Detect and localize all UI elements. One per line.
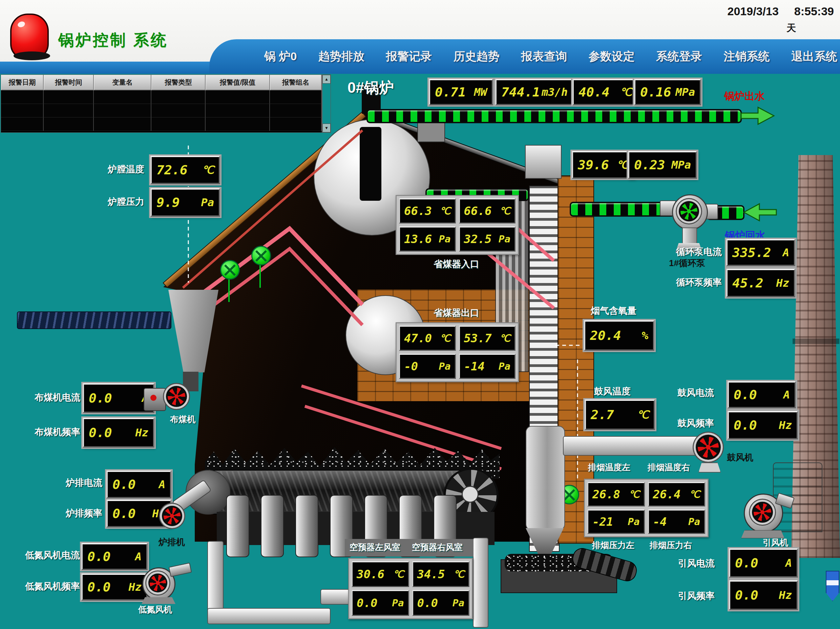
gauge-outlet-pressure: 0.16 MPa (634, 79, 701, 105)
bottom-left-pipe-v (207, 541, 224, 617)
hopper-chute (183, 372, 199, 391)
menu-item-logout[interactable]: 注销系统 (724, 49, 770, 64)
eco-in-temp2: 66.6℃ (459, 199, 516, 224)
airpre-left-label: 空预器左风室 (349, 542, 400, 553)
date-text: 2019/3/13 (728, 5, 779, 18)
blast-temp-gauge: 2.7℃ (584, 399, 655, 430)
idfan-current-gauge: 0.0A (729, 549, 798, 577)
idfan-fan-icon[interactable] (752, 502, 773, 523)
lownox-freq-gauge: 0.0Hz (81, 574, 148, 601)
day-text: 天 (786, 22, 796, 35)
coal-feeder-current-label: 布煤机电流 (35, 391, 80, 404)
alarm-lamp-base (14, 52, 50, 60)
steam-header-block (525, 145, 562, 179)
coal-feeder-motor-dot (150, 395, 156, 401)
datetime: 2019/3/13 8:55:39 (728, 5, 834, 18)
flue-temp-left: 26.8℃ (587, 482, 645, 506)
blower-fan-icon[interactable] (696, 435, 721, 460)
flue-gauges: 26.8℃ 26.4℃ -21Pa -4Pa (584, 479, 709, 537)
economizer-inlet-gauges: 66.3℃ 66.6℃ 13.6Pa 32.5Pa (396, 195, 519, 255)
menu-item-login[interactable]: 系统登录 (656, 49, 702, 64)
col-alarm-time: 报警时间 (44, 75, 94, 90)
lownox-legs (142, 597, 175, 604)
eco-out-pres1: -0Pa (399, 354, 456, 379)
circ-pump-current-gauge: 335.2A (726, 239, 795, 266)
chimney-band (793, 339, 839, 344)
app-logo-icon (826, 571, 839, 601)
grate-freq-gauge: 0.0Hz (106, 500, 171, 527)
airpre-right-pres: 0.0Pa (412, 590, 470, 616)
circ-pump-freq-gauge: 45.2Hz (726, 269, 795, 297)
idfan-machine-label: 引风机 (763, 537, 788, 548)
idfan-current-label: 引风电流 (678, 557, 715, 569)
eco-in-pres2: 32.5Pa (459, 227, 516, 252)
grate-fan-icon[interactable] (162, 506, 182, 526)
alarm-table-scrollbar[interactable]: ▲ ▼ (322, 75, 331, 132)
return-pressure-gauge: 0.23MPa (628, 151, 697, 179)
col-alarm-value: 报警值/限值 (205, 75, 270, 90)
flue-temp-right-label: 排烟温度右 (647, 462, 690, 473)
economizer-outlet-gauges: 47.0℃ 53.7℃ -0Pa -14Pa (396, 322, 519, 382)
grate-machine-label: 炉排机 (158, 536, 185, 548)
boiler-outlet-label: 锅炉出水 (724, 89, 765, 103)
furnace-pressure-gauge: 9.9 Pa (150, 188, 220, 217)
eco-out-temp2: 53.7℃ (459, 326, 516, 351)
airpre-right-pipe (473, 538, 488, 627)
blower-freq-gauge: 0.0Hz (728, 411, 798, 440)
menu-item-history[interactable]: 历史趋势 (453, 49, 500, 64)
gauge-outlet-temp: 40.4 ℃ (572, 79, 638, 105)
lownox-fan-icon[interactable] (148, 574, 167, 593)
col-var-name: 变量名 (94, 75, 152, 90)
lownox-current-label: 低氮风机电流 (25, 549, 80, 561)
airpre-left-pres: 0.0Pa (352, 590, 409, 616)
o2-gauge: 20.4% (584, 320, 654, 351)
menu-item-exit[interactable]: 退出系统 (791, 49, 837, 64)
eco-in-pres1: 13.6Pa (399, 227, 456, 252)
grate-current-gauge: 0.0A (106, 471, 171, 498)
alarm-table-body[interactable] (1, 90, 322, 132)
flue-pres-right-label: 排烟压力右 (650, 540, 692, 551)
scroll-up-icon[interactable]: ▲ (322, 75, 331, 84)
furnace-temp-gauge: 72.6 ℃ (150, 156, 220, 184)
grate-roller (261, 495, 284, 557)
alarm-table: 报警日期 报警时间 变量名 报警类型 报警值/限值 报警组名 ▲ ▼ (1, 74, 331, 133)
lownox-outlet (169, 563, 192, 577)
flue-temp-left-label: 排烟温度左 (588, 462, 630, 473)
idfan-freq-label: 引风频率 (678, 590, 715, 602)
menu-item-alarms[interactable]: 报警记录 (386, 49, 432, 64)
airpre-left-temp: 30.6℃ (352, 561, 409, 587)
lownox-machine-label: 低氮风机 (138, 604, 172, 615)
time-text: 8:55:39 (794, 5, 834, 18)
grate-roller (226, 495, 249, 557)
circ-pump-current-label: 循环泵电流 (676, 246, 722, 258)
col-alarm-group: 报警组名 (270, 75, 322, 90)
gauge-flow: 744.1 m3/h (495, 79, 574, 105)
circ-pump-pedestal (682, 227, 697, 246)
flue-pres-left-label: 排烟压力左 (592, 540, 635, 551)
drum-slot (360, 127, 381, 201)
boiler-name: 0#锅炉 (347, 78, 394, 98)
scroll-down-icon[interactable]: ▼ (322, 124, 331, 132)
menu-item-trend[interactable]: 趋势排放 (318, 49, 365, 64)
air-duct-pipe (563, 436, 703, 456)
economizer-inlet-label: 省煤器入口 (434, 258, 479, 270)
menu-item-boiler0[interactable]: 锅 炉0 (264, 49, 297, 64)
coal-conveyor (17, 311, 171, 329)
return-arrow-icon (743, 202, 777, 222)
flue-pres-left: -21Pa (587, 509, 645, 534)
o2-label: 烟气含氧量 (591, 305, 636, 317)
coal-feeder-freq-label: 布煤机频率 (35, 426, 80, 438)
return-water-pipe-left (570, 202, 675, 217)
eco-in-temp1: 66.3℃ (399, 199, 456, 224)
eco-out-temp1: 47.0℃ (399, 326, 456, 351)
circ-pump-impeller-icon[interactable] (679, 201, 699, 221)
menu-item-params[interactable]: 参数设定 (589, 49, 635, 64)
blower-machine-label: 鼓风机 (727, 452, 753, 463)
menu-item-reports[interactable]: 报表查询 (521, 49, 567, 64)
airpre-right-temp: 34.5℃ (412, 561, 470, 587)
coal-feeder-fan-icon[interactable] (166, 386, 187, 407)
flue-temp-right: 26.4℃ (648, 482, 706, 506)
lownox-freq-label: 低氮风机频率 (25, 580, 80, 593)
economizer-outlet-label: 省煤器出口 (434, 307, 479, 319)
flue-pres-right: -4Pa (648, 509, 706, 534)
